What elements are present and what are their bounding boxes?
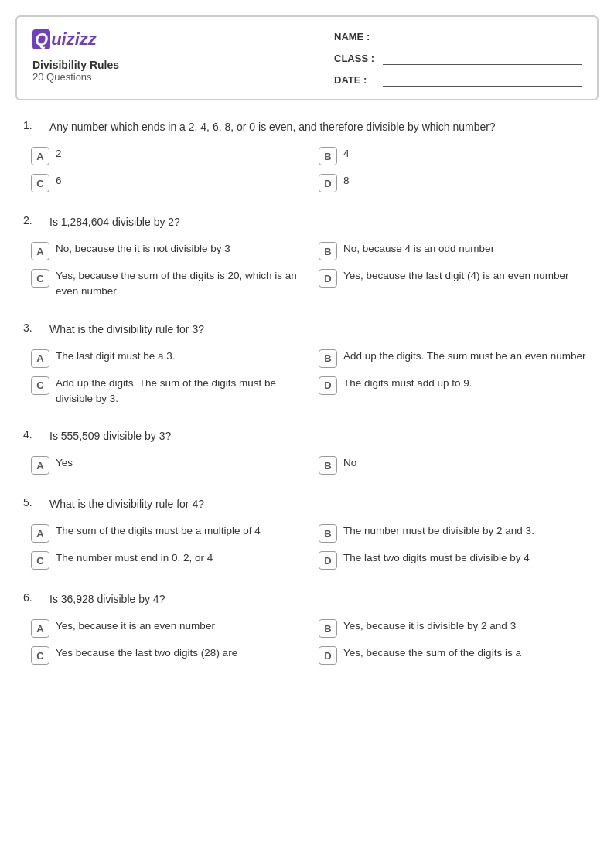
option-text-2-a: No, because the it is not divisible by 3 — [56, 241, 230, 257]
option-text-5-b: The number must be divisible by 2 and 3. — [343, 523, 534, 539]
name-field-row: NAME : — [334, 29, 582, 43]
question-number-4: 4. — [23, 428, 42, 444]
header-right: NAME : CLASS : DATE : — [334, 29, 582, 87]
option-6-a[interactable]: AYes, because it is an even number — [31, 618, 303, 638]
option-text-3-b: Add up the digits. The sum must be an ev… — [343, 349, 585, 364]
class-label: CLASS : — [334, 53, 377, 64]
option-text-6-c: Yes because the last two digits (28) are — [56, 645, 237, 661]
option-text-2-d: Yes, because the last digit (4) is an ev… — [343, 268, 568, 284]
logo-text: uizizz — [51, 29, 97, 49]
option-text-6-a: Yes, because it is an even number — [56, 618, 215, 634]
option-text-6-d: Yes, because the sum of the digits is a — [343, 645, 521, 661]
question-block-3: 3.What is the divisibility rule for 3?AT… — [23, 322, 591, 407]
date-field-row: DATE : — [334, 73, 582, 87]
option-1-c[interactable]: C6 — [31, 173, 303, 192]
class-field-row: CLASS : — [334, 51, 582, 65]
option-5-b[interactable]: BThe number must be divisible by 2 and 3… — [319, 523, 591, 543]
option-5-c[interactable]: CThe number must end in 0, 2, or 4 — [31, 550, 303, 570]
option-5-d[interactable]: DThe last two digits must be divisible b… — [319, 550, 591, 570]
question-block-6: 6.Is 36,928 divisible by 4?AYes, because… — [23, 591, 591, 665]
option-badge-2-d: D — [319, 269, 337, 288]
option-4-b[interactable]: BNo — [319, 455, 591, 475]
date-input[interactable] — [383, 73, 582, 87]
question-header-1: 1.Any number which ends in a 2, 4, 6, 8,… — [23, 119, 591, 135]
option-5-a[interactable]: AThe sum of the digits must be a multipl… — [31, 523, 303, 543]
option-text-3-d: The digits must add up to 9. — [343, 376, 472, 391]
question-block-2: 2.Is 1,284,604 divisible by 2?ANo, becau… — [23, 214, 591, 300]
option-text-5-a: The sum of the digits must be a multiple… — [56, 523, 261, 539]
option-text-3-a: The last digit must be a 3. — [56, 349, 176, 364]
date-label: DATE : — [334, 74, 377, 86]
option-text-3-c: Add up the digits. The sum of the digits… — [56, 376, 303, 407]
option-text-4-b: No — [343, 455, 356, 471]
option-badge-3-a: A — [31, 349, 49, 368]
option-6-c[interactable]: CYes because the last two digits (28) ar… — [31, 645, 303, 665]
option-text-5-c: The number must end in 0, 2, or 4 — [56, 550, 213, 566]
question-number-5: 5. — [23, 496, 42, 512]
option-2-a[interactable]: ANo, because the it is not divisible by … — [31, 241, 303, 260]
option-text-1-a: 2 — [56, 146, 62, 162]
option-badge-3-c: C — [31, 376, 49, 395]
option-badge-5-c: C — [31, 551, 49, 570]
name-label: NAME : — [334, 31, 377, 43]
question-header-6: 6.Is 36,928 divisible by 4? — [23, 591, 591, 608]
option-2-b[interactable]: BNo, because 4 is an odd number — [319, 241, 591, 260]
question-header-5: 5.What is the divisibility rule for 4? — [23, 496, 591, 512]
option-badge-1-a: A — [31, 147, 49, 165]
option-3-c[interactable]: CAdd up the digits. The sum of the digit… — [31, 376, 303, 407]
option-1-a[interactable]: A2 — [31, 146, 303, 165]
name-input[interactable] — [383, 29, 582, 43]
question-header-4: 4.Is 555,509 divisible by 3? — [23, 428, 591, 444]
option-badge-6-d: D — [319, 646, 337, 665]
option-2-c[interactable]: CYes, because the sum of the digits is 2… — [31, 268, 303, 300]
option-badge-5-b: B — [319, 524, 337, 543]
option-text-1-d: 8 — [343, 173, 350, 189]
option-badge-6-c: C — [31, 646, 49, 665]
question-number-2: 2. — [23, 214, 42, 230]
questions-area: 1.Any number which ends in a 2, 4, 6, 8,… — [15, 119, 599, 665]
option-1-d[interactable]: D8 — [319, 173, 591, 192]
option-badge-1-c: C — [31, 174, 49, 192]
header-box: Quizizz Divisibility Rules 20 Questions … — [15, 15, 599, 100]
option-text-4-a: Yes — [56, 455, 73, 471]
question-text-4: Is 555,509 divisible by 3? — [49, 428, 171, 444]
option-6-b[interactable]: BYes, because it is divisible by 2 and 3 — [319, 618, 591, 638]
quiz-title: Divisibility Rules — [32, 59, 119, 71]
option-text-5-d: The last two digits must be divisible by… — [343, 550, 530, 566]
option-1-b[interactable]: B4 — [319, 146, 591, 165]
option-badge-4-b: B — [319, 456, 337, 475]
option-badge-6-a: A — [31, 619, 49, 638]
question-number-3: 3. — [23, 322, 42, 338]
question-text-1: Any number which ends in a 2, 4, 6, 8, o… — [49, 119, 496, 135]
option-badge-4-a: A — [31, 456, 49, 475]
question-header-3: 3.What is the divisibility rule for 3? — [23, 322, 591, 338]
header-left: Quizizz Divisibility Rules 20 Questions — [32, 29, 119, 83]
question-block-5: 5.What is the divisibility rule for 4?AT… — [23, 496, 591, 570]
option-3-a[interactable]: AThe last digit must be a 3. — [31, 349, 303, 368]
option-badge-2-a: A — [31, 242, 49, 260]
logo: Quizizz — [32, 29, 119, 49]
option-4-a[interactable]: AYes — [31, 455, 303, 475]
question-block-4: 4.Is 555,509 divisible by 3?AYesBNo — [23, 428, 591, 475]
option-badge-5-d: D — [319, 551, 337, 570]
options-grid-1: A2B4C6D8 — [31, 146, 591, 192]
question-text-6: Is 36,928 divisible by 4? — [49, 591, 165, 608]
option-text-2-c: Yes, because the sum of the digits is 20… — [56, 268, 303, 300]
option-2-d[interactable]: DYes, because the last digit (4) is an e… — [319, 268, 591, 300]
options-grid-2: ANo, because the it is not divisible by … — [31, 241, 591, 300]
option-badge-2-c: C — [31, 269, 49, 288]
option-3-b[interactable]: BAdd up the digits. The sum must be an e… — [319, 349, 591, 368]
class-input[interactable] — [383, 51, 582, 65]
option-text-1-b: 4 — [343, 146, 350, 162]
question-block-1: 1.Any number which ends in a 2, 4, 6, 8,… — [23, 119, 591, 192]
option-3-d[interactable]: DThe digits must add up to 9. — [319, 376, 591, 407]
option-badge-1-b: B — [319, 147, 337, 165]
option-text-1-c: 6 — [56, 173, 62, 189]
logo-q-icon: Q — [32, 29, 50, 49]
question-text-5: What is the divisibility rule for 4? — [49, 496, 204, 512]
option-badge-6-b: B — [319, 619, 337, 638]
question-number-6: 6. — [23, 591, 42, 608]
option-6-d[interactable]: DYes, because the sum of the digits is a — [319, 645, 591, 665]
options-grid-5: AThe sum of the digits must be a multipl… — [31, 523, 591, 570]
question-header-2: 2.Is 1,284,604 divisible by 2? — [23, 214, 591, 230]
